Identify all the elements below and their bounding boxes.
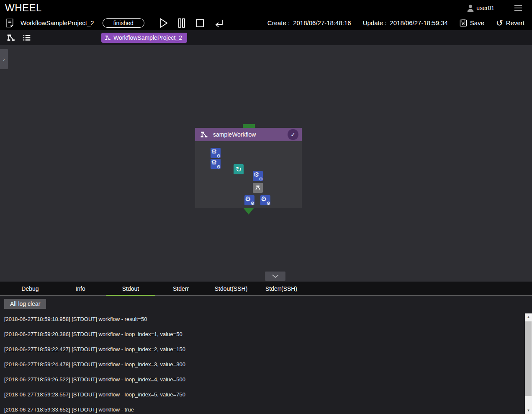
save-icon <box>460 19 467 27</box>
tab-stderr[interactable]: Stderr <box>156 282 206 295</box>
update-time: Update : 2018/06/27-18:59:34 <box>363 19 448 26</box>
create-time: Create : 2018/06/27-18:48:16 <box>267 19 351 26</box>
menu-icon[interactable] <box>513 3 524 13</box>
all-log-clear-button[interactable]: All log clear <box>4 299 46 309</box>
run-button[interactable] <box>158 17 170 29</box>
workflow-canvas[interactable]: › sampleWorkflow ✓ ⚙⚙⚙⚙↻⚙⚙⚙⚙⚙⚙ <box>0 45 532 282</box>
workflow-node-header[interactable]: sampleWorkflow ✓ <box>195 128 302 141</box>
node-output-connector[interactable] <box>244 208 254 215</box>
app-title: WHEEL <box>5 2 42 14</box>
task-component-icon[interactable]: ⚙⚙ <box>253 171 263 181</box>
project-status-badge: finished <box>103 18 144 28</box>
component-library-expander[interactable]: › <box>0 49 8 69</box>
tab-debug[interactable]: Debug <box>5 282 55 295</box>
task-component-icon[interactable]: ⚙⚙ <box>260 195 270 205</box>
revert-icon: ↺ <box>496 19 503 27</box>
save-button[interactable]: Save <box>460 19 484 27</box>
log-line: [2018-06-27T18:59:33.652] [STDOUT] workf… <box>0 402 532 414</box>
tab-stdout[interactable]: Stdout <box>105 282 156 295</box>
graph-toolbar: WorkflowSampleProject_2 <box>0 30 532 45</box>
loop-glyph: ↻ <box>236 165 242 174</box>
stop-button[interactable] <box>194 17 206 29</box>
log-scrollbar[interactable]: ▲ ▼ <box>525 313 532 414</box>
list-view-button[interactable] <box>22 33 32 42</box>
tab-stderrssh[interactable]: Stderr(SSH) <box>256 282 306 295</box>
fork-component-icon[interactable] <box>253 183 263 193</box>
node-input-connector[interactable] <box>243 124 255 128</box>
scroll-down-icon[interactable]: ▼ <box>525 407 532 414</box>
component-tab-label: WorkflowSampleProject_2 <box>113 34 182 41</box>
workflow-node-title: sampleWorkflow <box>213 131 283 138</box>
workflow-icon <box>200 131 208 139</box>
log-line: [2018-06-27T18:59:18.958] [STDOUT] workf… <box>0 311 532 326</box>
log-line: [2018-06-27T18:59:24.478] [STDOUT] workf… <box>0 357 532 372</box>
tab-info[interactable]: Info <box>55 282 105 295</box>
clean-button[interactable] <box>212 17 225 29</box>
log-line: [2018-06-27T18:59:20.386] [STDOUT] workf… <box>0 326 532 342</box>
workflow-icon <box>105 35 111 41</box>
scroll-up-icon[interactable]: ▲ <box>525 313 532 321</box>
user-menu[interactable]: user01 <box>466 3 494 13</box>
user-icon <box>466 3 475 13</box>
update-time-value: 2018/06/27-18:59:34 <box>390 19 447 26</box>
project-file-icon <box>6 18 14 28</box>
for-loop-component-icon[interactable]: ↻ <box>234 164 244 174</box>
task-component-icon[interactable]: ⚙⚙ <box>211 159 221 169</box>
chevron-right-icon: › <box>3 56 5 62</box>
node-finished-check-icon: ✓ <box>288 129 298 140</box>
log-panel: All log clear [2018-06-27T18:59:18.958] … <box>0 296 532 414</box>
scrollbar-thumb[interactable] <box>525 321 532 396</box>
log-line: [2018-06-27T18:59:26.522] [STDOUT] workf… <box>0 372 532 387</box>
log-panel-collapse-button[interactable] <box>265 272 285 281</box>
log-tabbar: DebugInfoStdoutStderrStdout(SSH)Stderr(S… <box>0 282 532 296</box>
create-time-value: 2018/06/27-18:48:16 <box>293 19 351 26</box>
project-name: WorkflowSampleProject_2 <box>21 19 94 26</box>
revert-button[interactable]: ↺ Revert <box>496 19 524 27</box>
pause-button[interactable] <box>176 17 187 29</box>
workflow-node[interactable]: sampleWorkflow ✓ ⚙⚙⚙⚙↻⚙⚙⚙⚙⚙⚙ <box>195 128 302 208</box>
task-component-icon[interactable]: ⚙⚙ <box>211 148 221 158</box>
log-line: [2018-06-27T18:59:22.427] [STDOUT] workf… <box>0 342 532 357</box>
component-tab[interactable]: WorkflowSampleProject_2 <box>101 33 187 43</box>
graph-view-button[interactable] <box>6 33 16 43</box>
app-header: WHEEL user01 <box>0 0 532 16</box>
tab-stdoutssh[interactable]: Stdout(SSH) <box>206 282 256 295</box>
project-toolbar: WorkflowSampleProject_2 finished Create … <box>0 16 532 30</box>
log-lines: [2018-06-27T18:59:18.958] [STDOUT] workf… <box>0 311 532 414</box>
log-line: [2018-06-27T18:59:28.557] [STDOUT] workf… <box>0 387 532 402</box>
user-name: user01 <box>476 5 494 11</box>
task-component-icon[interactable]: ⚙⚙ <box>244 195 254 205</box>
